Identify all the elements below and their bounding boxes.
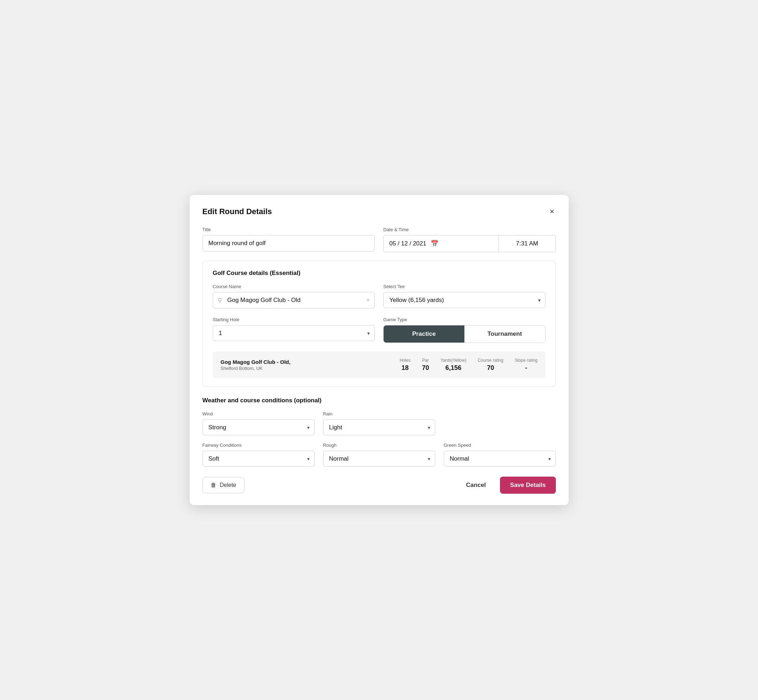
close-button[interactable]: × xyxy=(548,206,556,217)
rain-dropdown[interactable]: NoneLightModerateHeavy xyxy=(323,419,435,435)
wind-rain-row: Wind NoneLightModerateStrong ▾ Rain None… xyxy=(202,411,556,435)
starting-hole-label: Starting Hole xyxy=(213,317,375,322)
date-time-row: 05 / 12 / 2021 📅 7:31 AM xyxy=(383,235,556,252)
clear-icon[interactable]: × xyxy=(366,297,370,303)
game-type-toggle: Practice Tournament xyxy=(383,325,545,343)
modal-title: Edit Round Details xyxy=(202,207,272,216)
weather-section: Weather and course conditions (optional)… xyxy=(202,397,556,467)
delete-button[interactable]: 🗑 Delete xyxy=(202,477,244,493)
title-datetime-row: Title Date & Time 05 / 12 / 2021 📅 7:31 … xyxy=(202,227,556,252)
fairway-dropdown[interactable]: SoftNormalHard xyxy=(202,451,315,467)
green-speed-dropdown[interactable]: SlowNormalFast xyxy=(444,451,556,467)
yards-label: Yards(Yellow) xyxy=(440,358,467,363)
title-label: Title xyxy=(202,227,375,232)
slope-rating-label: Slope rating xyxy=(515,358,537,363)
holes-value: 18 xyxy=(401,364,409,372)
starting-hole-wrap: 1234 5678 910 ▾ xyxy=(213,325,375,341)
holes-label: Holes xyxy=(399,358,411,363)
course-info-card: Gog Magog Golf Club - Old, Shelford Bott… xyxy=(213,352,545,378)
yards-value: 6,156 xyxy=(446,364,462,372)
rain-group: Rain NoneLightModerateHeavy ▾ xyxy=(323,411,435,435)
course-rating-value: 70 xyxy=(487,364,494,372)
wind-group: Wind NoneLightModerateStrong ▾ xyxy=(202,411,315,435)
date-value: 05 / 12 / 2021 xyxy=(389,240,426,247)
hole-gametype-row: Starting Hole 1234 5678 910 ▾ Game Type … xyxy=(213,317,545,343)
tournament-toggle-button[interactable]: Tournament xyxy=(464,325,545,342)
fairway-label: Fairway Conditions xyxy=(202,442,315,448)
holes-stat: Holes 18 xyxy=(399,358,411,372)
rough-label: Rough xyxy=(323,442,435,448)
course-info-name: Gog Magog Golf Club - Old, xyxy=(221,359,399,365)
green-speed-wrap: SlowNormalFast ▾ xyxy=(444,451,556,467)
rain-wrap: NoneLightModerateHeavy ▾ xyxy=(323,419,435,435)
fairway-group: Fairway Conditions SoftNormalHard ▾ xyxy=(202,442,315,467)
par-stat: Par 70 xyxy=(422,358,429,372)
save-details-button[interactable]: Save Details xyxy=(500,477,556,494)
golf-course-section: Golf Course details (Essential) Course N… xyxy=(202,261,556,387)
green-speed-label: Green Speed xyxy=(444,442,556,448)
footer-right: Cancel Save Details xyxy=(460,477,556,494)
time-box[interactable]: 7:31 AM xyxy=(499,235,556,252)
edit-round-modal: Edit Round Details × Title Date & Time 0… xyxy=(190,195,568,505)
select-tee-wrap: Yellow (6,156 yards) White Red Blue ▾ xyxy=(383,292,545,308)
select-tee-label: Select Tee xyxy=(383,284,545,289)
game-type-label: Game Type xyxy=(383,317,545,322)
title-group: Title xyxy=(202,227,375,252)
wind-wrap: NoneLightModerateStrong ▾ xyxy=(202,419,315,435)
course-name-label: Course Name xyxy=(213,284,375,289)
time-value: 7:31 AM xyxy=(516,240,538,247)
slope-rating-stat: Slope rating - xyxy=(515,358,537,372)
date-box[interactable]: 05 / 12 / 2021 📅 xyxy=(383,235,499,252)
starting-hole-dropdown[interactable]: 1234 5678 910 xyxy=(213,325,375,341)
golf-course-title: Golf Course details (Essential) xyxy=(213,270,545,277)
rough-dropdown[interactable]: ShortNormalLong xyxy=(323,451,435,467)
conditions-row: Fairway Conditions SoftNormalHard ▾ Roug… xyxy=(202,442,556,467)
rain-label: Rain xyxy=(323,411,435,417)
trash-icon: 🗑 xyxy=(211,482,216,488)
footer-row: 🗑 Delete Cancel Save Details xyxy=(202,477,556,494)
par-label: Par xyxy=(422,358,429,363)
course-tee-row: Course Name ⚲ × Select Tee Yellow (6,156… xyxy=(213,284,545,308)
yards-stat: Yards(Yellow) 6,156 xyxy=(440,358,467,372)
course-name-wrap: ⚲ × xyxy=(213,292,375,308)
game-type-group: Game Type Practice Tournament xyxy=(383,317,545,343)
course-name-input[interactable] xyxy=(213,292,375,308)
weather-section-title: Weather and course conditions (optional) xyxy=(202,397,556,404)
datetime-group: Date & Time 05 / 12 / 2021 📅 7:31 AM xyxy=(383,227,556,252)
cancel-button[interactable]: Cancel xyxy=(460,477,492,493)
title-input[interactable] xyxy=(202,235,375,252)
wind-dropdown[interactable]: NoneLightModerateStrong xyxy=(202,419,315,435)
course-rating-stat: Course rating 70 xyxy=(478,358,503,372)
course-name-group: Course Name ⚲ × xyxy=(213,284,375,308)
fairway-wrap: SoftNormalHard ▾ xyxy=(202,451,315,467)
course-info-name-block: Gog Magog Golf Club - Old, Shelford Bott… xyxy=(221,359,399,371)
datetime-label: Date & Time xyxy=(383,227,556,232)
wind-label: Wind xyxy=(202,411,315,417)
practice-toggle-button[interactable]: Practice xyxy=(384,325,464,342)
course-info-location: Shelford Bottom, UK xyxy=(221,366,399,371)
modal-header: Edit Round Details × xyxy=(202,206,556,217)
rough-group: Rough ShortNormalLong ▾ xyxy=(323,442,435,467)
delete-label: Delete xyxy=(220,482,236,488)
par-value: 70 xyxy=(422,364,429,372)
rough-wrap: ShortNormalLong ▾ xyxy=(323,451,435,467)
starting-hole-group: Starting Hole 1234 5678 910 ▾ xyxy=(213,317,375,341)
course-stats: Holes 18 Par 70 Yards(Yellow) 6,156 Cour… xyxy=(399,358,538,372)
select-tee-group: Select Tee Yellow (6,156 yards) White Re… xyxy=(383,284,545,308)
green-speed-group: Green Speed SlowNormalFast ▾ xyxy=(444,442,556,467)
select-tee-dropdown[interactable]: Yellow (6,156 yards) White Red Blue xyxy=(383,292,545,308)
calendar-icon: 📅 xyxy=(431,240,439,248)
slope-rating-value: - xyxy=(525,364,527,372)
course-rating-label: Course rating xyxy=(478,358,503,363)
search-icon: ⚲ xyxy=(218,297,222,304)
